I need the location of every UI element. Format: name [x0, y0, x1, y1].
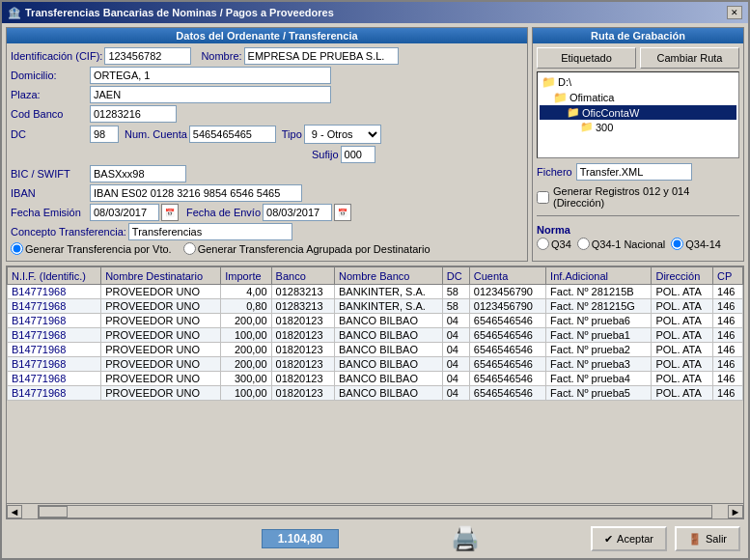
- table-cell: B14771968: [8, 386, 101, 401]
- table-row[interactable]: B14771968PROVEEDOR UNO200,0001820123BANC…: [8, 314, 743, 328]
- norma-q34-14-radio[interactable]: [671, 238, 683, 250]
- table-cell: BANCO BILBAO: [335, 386, 443, 401]
- check-icon: ✔: [604, 533, 613, 546]
- num-cuenta-label: Num. Cuenta: [125, 128, 187, 140]
- identificacion-input[interactable]: [104, 47, 191, 65]
- table-row[interactable]: B14771968PROVEEDOR UNO0,8001283213BANKIN…: [8, 299, 743, 314]
- left-panel-body: Identificación (CIF): Nombre: Domicilio:…: [7, 43, 527, 261]
- cod-banco-input[interactable]: [90, 105, 177, 123]
- col-cuenta: Cuenta: [469, 267, 545, 285]
- title-bar-text: 🏦 Transferencias Bancarias de Nominas / …: [8, 7, 334, 19]
- table-row[interactable]: B14771968PROVEEDOR UNO200,0001820123BANC…: [8, 343, 743, 357]
- tree-item-d[interactable]: 📁 D:\: [540, 74, 736, 90]
- radio-por-vto-input[interactable]: [11, 242, 23, 255]
- norma-q34-radio[interactable]: [537, 238, 549, 250]
- concepto-row: Concepto Transferencia:: [11, 223, 523, 240]
- bic-row: BIC / SWIFT: [11, 165, 523, 182]
- print-button[interactable]: 🖨️: [451, 525, 480, 552]
- cambiar-ruta-button[interactable]: Cambiar Ruta: [640, 47, 739, 69]
- radio-agrupada-input[interactable]: [183, 242, 196, 255]
- plaza-label: Plaza:: [11, 89, 88, 100]
- table-cell: 01820123: [271, 357, 334, 372]
- folder-icon-d: 📁: [542, 75, 556, 89]
- etiquetado-button[interactable]: Etiquetado: [537, 47, 636, 69]
- sufijo-label: Sufijo: [312, 149, 339, 160]
- scroll-right-button[interactable]: ►: [728, 505, 743, 518]
- table-cell: BANCO BILBAO: [335, 343, 443, 357]
- action-buttons: ✔ Aceptar 🚪 Salir: [591, 526, 740, 551]
- domicilio-input[interactable]: [90, 67, 331, 84]
- fecha-emision-input[interactable]: [90, 204, 159, 221]
- table-cell: 04: [442, 386, 469, 401]
- col-nombre: Nombre Destinatario: [101, 267, 221, 285]
- exit-icon: 🚪: [688, 533, 702, 546]
- table-cell: PROVEEDOR UNO: [101, 328, 221, 343]
- sufijo-input[interactable]: [341, 146, 375, 163]
- fecha-envio-label: Fecha de Envío: [186, 207, 261, 218]
- table-cell: 01820123: [271, 343, 334, 357]
- concepto-input[interactable]: [128, 223, 292, 240]
- norma-q34-1-radio[interactable]: [577, 238, 590, 250]
- table-cell: 0,80: [221, 299, 271, 314]
- table-cell: POL. ATA: [652, 343, 713, 357]
- tipo-select[interactable]: 9 - Otros: [304, 125, 381, 144]
- generar-registros-checkbox[interactable]: [537, 191, 549, 204]
- fecha-emision-cal-button[interactable]: 📅: [161, 204, 179, 221]
- fichero-label: Fichero: [537, 166, 572, 178]
- fecha-envio-input[interactable]: [263, 204, 332, 221]
- norma-q34[interactable]: Q34: [537, 238, 571, 250]
- tree-item-oficontaw[interactable]: 📁 OficContaW: [540, 105, 736, 120]
- folder-icon-ofimatica: 📁: [553, 91, 568, 104]
- dc-row: DC Num. Cuenta Tipo 9 - Otros: [11, 125, 523, 144]
- table-cell: 04: [442, 314, 469, 328]
- num-cuenta-input[interactable]: [189, 126, 276, 143]
- fecha-envio-cal-button[interactable]: 📅: [334, 204, 351, 221]
- table-cell: Fact. Nº prueba1: [546, 328, 652, 343]
- aceptar-button[interactable]: ✔ Aceptar: [591, 526, 667, 551]
- table-cell: B14771968: [8, 343, 101, 357]
- table-section: N.I.F. (Identific.) Nombre Destinatario …: [6, 266, 744, 519]
- col-inf: Inf.Adicional: [546, 267, 652, 285]
- scrollbar-thumb[interactable]: [39, 506, 68, 518]
- domicilio-label: Domicilio:: [11, 70, 88, 81]
- table-container[interactable]: N.I.F. (Identific.) Nombre Destinatario …: [7, 266, 743, 503]
- table-cell: 146: [713, 343, 743, 357]
- title-bar-controls: ✕: [727, 6, 742, 19]
- plaza-input[interactable]: [90, 86, 331, 103]
- table-cell: BANCO BILBAO: [335, 357, 443, 372]
- norma-q34-1[interactable]: Q34-1 Nacional: [577, 238, 665, 250]
- col-dc: DC: [442, 267, 469, 285]
- main-window: 🏦 Transferencias Bancarias de Nominas / …: [0, 0, 750, 560]
- close-button[interactable]: ✕: [727, 6, 742, 19]
- table-row[interactable]: B14771968PROVEEDOR UNO100,0001820123BANC…: [8, 386, 743, 401]
- table-cell: 58: [442, 299, 469, 314]
- norma-q34-14[interactable]: Q34-14: [671, 238, 721, 250]
- tree-view[interactable]: 📁 D:\ 📁 Ofimatica 📁 OficContaW 📁: [537, 71, 739, 158]
- iban-input[interactable]: [90, 184, 302, 202]
- table-cell: PROVEEDOR UNO: [101, 386, 221, 401]
- data-table: N.I.F. (Identific.) Nombre Destinatario …: [7, 266, 743, 401]
- table-row[interactable]: B14771968PROVEEDOR UNO300,0001820123BANC…: [8, 372, 743, 386]
- tree-item-ofimatica[interactable]: 📁 Ofimatica: [540, 90, 736, 105]
- table-row[interactable]: B14771968PROVEEDOR UNO100,0001820123BANC…: [8, 328, 743, 343]
- table-cell: POL. ATA: [652, 285, 713, 299]
- table-row[interactable]: B14771968PROVEEDOR UNO200,0001820123BANC…: [8, 357, 743, 372]
- table-cell: 01820123: [271, 386, 334, 401]
- tree-item-300[interactable]: 📁 300: [540, 120, 736, 134]
- col-direccion: Dirección: [652, 267, 713, 285]
- salir-button[interactable]: 🚪 Salir: [675, 526, 740, 551]
- fichero-input[interactable]: [576, 163, 692, 181]
- radio-por-vto[interactable]: Generar Transferencia por Vto.: [11, 242, 172, 255]
- nombre-input[interactable]: [244, 47, 399, 65]
- scroll-left-button[interactable]: ◄: [7, 505, 22, 518]
- radio-agrupada[interactable]: Generar Transferencia Agrupada por Desti…: [183, 242, 431, 255]
- table-cell: 100,00: [221, 386, 271, 401]
- scrollbar-track[interactable]: [38, 505, 712, 518]
- horizontal-scrollbar[interactable]: ◄ ►: [7, 503, 743, 518]
- bic-input[interactable]: [90, 165, 186, 182]
- right-panel: Ruta de Grabación Etiquetado Cambiar Rut…: [532, 27, 744, 262]
- total-badge: 1.104,80: [262, 529, 339, 548]
- table-row[interactable]: B14771968PROVEEDOR UNO4,0001283213BANKIN…: [8, 285, 743, 299]
- dc-input[interactable]: [90, 126, 119, 143]
- table-cell: 146: [713, 386, 743, 401]
